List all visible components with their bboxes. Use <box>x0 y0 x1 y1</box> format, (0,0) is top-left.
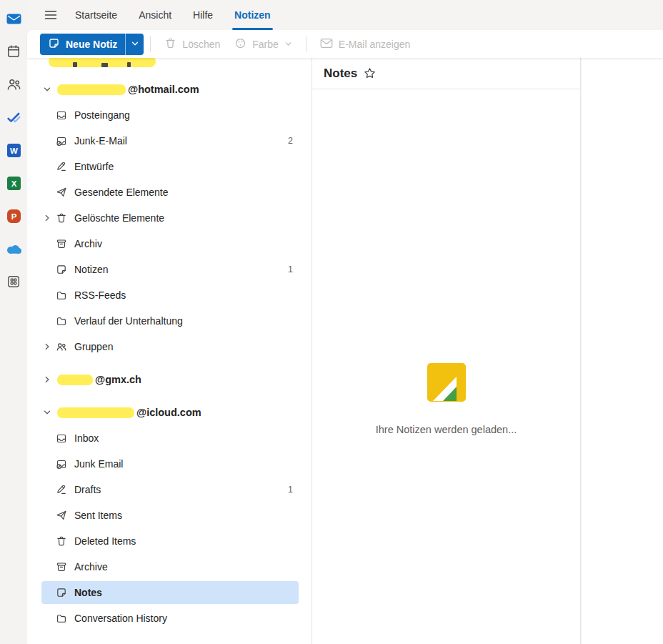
folder-item-archiv[interactable]: Archiv <box>27 231 311 257</box>
archive-icon <box>56 238 67 249</box>
account-email: @gmx.ch <box>95 374 141 385</box>
new-note-label: Neue Notiz <box>66 39 117 50</box>
trash-icon <box>56 535 67 547</box>
onedrive-icon <box>5 243 23 257</box>
ribbon-toolbar: Neue Notiz Löschen Farbe E-Mail anzeigen <box>27 30 663 58</box>
folder-item-junk-email[interactable]: Junk Email <box>27 451 311 477</box>
account-row-0[interactable]: @hotmail.com <box>27 76 311 102</box>
folder-label: Verlauf der Unterhaltung <box>74 315 183 327</box>
calendar-icon <box>6 44 21 61</box>
tab-ansicht[interactable]: Ansicht <box>128 0 182 30</box>
folder-label: Conversation History <box>74 613 167 624</box>
show-email-button[interactable]: E-Mail anzeigen <box>313 34 417 55</box>
mail-icon <box>6 12 21 29</box>
folder-item-verlauf-der-unterhaltung[interactable]: Verlauf der Unterhaltung <box>27 308 311 334</box>
color-button[interactable]: Farbe <box>227 34 299 55</box>
clipped-folder-row <box>27 58 311 69</box>
inbox-icon <box>56 432 67 444</box>
new-note-split-button[interactable]: Neue Notiz <box>40 34 144 55</box>
show-email-label: E-Mail anzeigen <box>339 39 410 50</box>
folder-item-gesendete-elemente[interactable]: Gesendete Elemente <box>27 179 311 205</box>
chevron-down-icon[interactable] <box>43 85 54 94</box>
new-note-dropdown-button[interactable] <box>125 34 144 55</box>
folder-icon <box>56 315 67 327</box>
rail-item-people[interactable] <box>5 77 23 94</box>
rail-item-word[interactable]: W <box>5 143 23 160</box>
account-row-2[interactable]: @icloud.com <box>27 400 311 425</box>
rail-item-todo[interactable] <box>5 110 23 127</box>
svg-text:W: W <box>10 146 18 154</box>
rail-item-calendar[interactable] <box>5 44 23 61</box>
tab-label: Startseite <box>75 9 117 21</box>
tab-hilfe[interactable]: Hilfe <box>182 0 224 30</box>
account-row-1[interactable]: @gmx.ch <box>27 367 311 392</box>
tab-label: Ansicht <box>139 9 171 21</box>
notes-loading-text: Ihre Notizen werden geladen... <box>376 424 517 435</box>
folder-label: Notes <box>74 587 102 598</box>
folder-label: Archiv <box>74 238 102 249</box>
note-icon <box>56 587 67 598</box>
folder-item-gruppen[interactable]: Gruppen <box>27 334 311 360</box>
rail-item-excel[interactable]: X <box>5 176 23 193</box>
folder-item-posteingang[interactable]: Posteingang <box>27 102 311 128</box>
folder-label: Junk Email <box>74 458 123 470</box>
folder-label: Gruppen <box>74 341 113 352</box>
folder-item-entw-rfe[interactable]: Entwürfe <box>27 154 311 179</box>
folder-label: Deleted Items <box>74 535 136 547</box>
tab-label: Notizen <box>234 9 271 21</box>
folder-label: Drafts <box>74 484 101 495</box>
color-label: Farbe <box>252 39 279 50</box>
unread-count: 2 <box>288 136 293 146</box>
tab-notizen[interactable]: Notizen <box>224 0 281 30</box>
delete-button[interactable]: Löschen <box>157 34 227 55</box>
folder-label: Junk-E-Mail <box>74 135 127 147</box>
notes-pane-title: Notes <box>324 66 357 81</box>
account-email: @hotmail.com <box>128 84 199 95</box>
notes-pane-header: Notes <box>312 58 580 89</box>
chevron-down-icon <box>131 38 139 51</box>
redacted-text-fragment <box>73 62 77 67</box>
rail-item-powerpoint[interactable]: P <box>5 209 23 226</box>
chevron-down-icon[interactable] <box>43 408 54 417</box>
folder-label: Entwürfe <box>74 161 114 172</box>
junk-icon <box>56 458 67 470</box>
rail-item-apps-grid[interactable] <box>5 274 23 292</box>
folder-item-conversation-history[interactable]: Conversation History <box>27 605 311 631</box>
folder-item-drafts[interactable]: Drafts 1 <box>27 477 311 502</box>
rail-item-mail[interactable] <box>5 11 23 29</box>
folder-label: RSS-Feeds <box>74 289 126 301</box>
new-note-button[interactable]: Neue Notiz <box>40 34 125 55</box>
folder-item-rss-feeds[interactable]: RSS-Feeds <box>27 282 311 308</box>
folder-item-junk-e-mail[interactable]: Junk-E-Mail 2 <box>27 128 311 154</box>
trash-icon <box>164 37 176 51</box>
chevron-right-icon[interactable] <box>43 375 54 384</box>
todo-icon <box>6 110 21 127</box>
favorite-star-icon[interactable] <box>364 67 376 79</box>
redacted-account-name <box>57 407 134 418</box>
folder-label: Posteingang <box>74 109 130 121</box>
folder-pane: @hotmail.com Posteingang Junk-E-Mail 2 E… <box>27 58 312 644</box>
folder-label: Sent Items <box>74 510 122 521</box>
drafts-icon <box>56 484 67 495</box>
folder-item-notizen[interactable]: Notizen 1 <box>27 257 311 282</box>
folder-item-inbox[interactable]: Inbox <box>27 425 311 451</box>
rail-item-onedrive[interactable] <box>5 242 23 259</box>
note-icon <box>48 37 60 51</box>
tab-startseite[interactable]: Startseite <box>64 0 128 30</box>
redacted-account-name <box>57 84 126 95</box>
folder-item-archive[interactable]: Archive <box>27 554 311 580</box>
color-palette-icon <box>234 37 246 51</box>
chevron-right-icon[interactable] <box>43 342 56 351</box>
sent-icon <box>56 510 67 521</box>
sticky-note-icon <box>427 362 467 405</box>
sent-icon <box>56 187 67 198</box>
folder-item-gel-schte-elemente[interactable]: Gelöschte Elemente <box>27 205 311 231</box>
reading-pane <box>582 58 663 644</box>
notes-loading: Ihre Notizen werden geladen... <box>312 362 580 435</box>
folder-item-sent-items[interactable]: Sent Items <box>27 502 311 528</box>
chevron-right-icon[interactable] <box>43 214 56 222</box>
folder-item-deleted-items[interactable]: Deleted Items <box>27 528 311 554</box>
folder-item-notes[interactable]: Notes <box>27 580 311 605</box>
hamburger-menu-icon[interactable] <box>44 0 57 30</box>
powerpoint-icon: P <box>7 209 21 226</box>
